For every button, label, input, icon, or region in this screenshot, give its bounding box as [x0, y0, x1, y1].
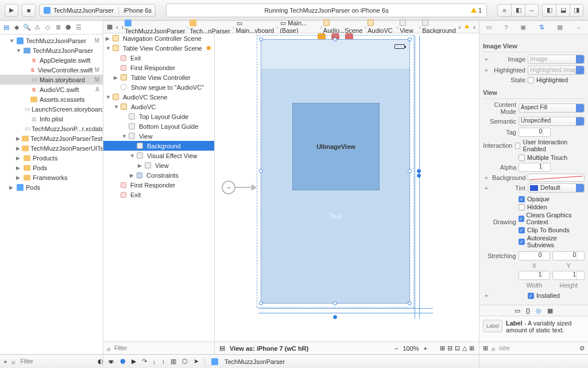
breakpoint-navigator-tab[interactable]: ⬣: [64, 24, 72, 32]
project-navigator-tab[interactable]: ▤: [2, 24, 10, 32]
outline-item[interactable]: ▶View: [103, 160, 214, 170]
outline-item[interactable]: ▼View: [103, 131, 214, 141]
toggle-bottom-panel[interactable]: ⬓: [556, 4, 570, 17]
outline-item[interactable]: ▶Navigation Controller Scene: [103, 33, 214, 43]
toggle-right-panel[interactable]: ◨: [570, 4, 583, 17]
stretch-h-input[interactable]: 1: [552, 271, 585, 280]
connections-inspector-tab[interactable]: →: [575, 24, 582, 31]
warning-indicator[interactable]: 1: [471, 7, 482, 14]
stretch-y-input[interactable]: 0: [552, 251, 585, 260]
outline-item[interactable]: ▶Constraints: [103, 170, 214, 180]
multiple-touch-checkbox[interactable]: [519, 155, 525, 161]
document-outline[interactable]: ▶Navigation Controller Scene▼Table View …: [103, 33, 215, 342]
toggle-outline-button[interactable]: ▤: [219, 344, 225, 352]
nav-item[interactable]: ▶TechMuzzJsonParserUITests: [0, 143, 103, 153]
background-color-well[interactable]: [528, 174, 585, 182]
nav-item[interactable]: ▶Pods: [0, 182, 103, 192]
clear-filter-icon[interactable]: ⊘: [579, 344, 585, 352]
jump-segment[interactable]: Tech...nParser: [189, 20, 231, 34]
stop-button[interactable]: ■: [22, 4, 36, 17]
highlighted-field[interactable]: Highlighted Image: [528, 66, 585, 75]
installed-checkbox[interactable]: ✓: [528, 293, 534, 299]
embed-button[interactable]: ⊞: [440, 344, 445, 352]
identity-inspector-tab[interactable]: ▣: [520, 24, 526, 31]
nav-item[interactable]: ▭LaunchScreen.storyboard: [0, 104, 103, 114]
step-into-button[interactable]: ↓: [153, 358, 156, 365]
zoom-out-button[interactable]: −: [394, 345, 398, 352]
drawing-checkbox[interactable]: ✓: [519, 239, 525, 245]
object-lib-tab[interactable]: ◎: [536, 307, 541, 315]
toggle-debug-button[interactable]: ▼: [108, 358, 114, 365]
jump-segment[interactable]: ▭Main...(Base): [280, 20, 319, 34]
stack-button[interactable]: ⊞: [469, 344, 474, 352]
memory-graph-button[interactable]: ⬡: [182, 358, 188, 365]
nav-item[interactable]: SAudioVC.swiftA: [0, 85, 103, 94]
nav-item[interactable]: ▶Products: [0, 153, 103, 163]
location-button[interactable]: ➤: [194, 358, 199, 365]
outline-item[interactable]: Show segue to "AudioVC": [103, 82, 214, 92]
image-field[interactable]: Image: [528, 55, 585, 64]
step-out-button[interactable]: ↑: [161, 358, 165, 365]
navigator-filter-input[interactable]: [20, 358, 93, 365]
run-button[interactable]: ▶: [5, 4, 18, 17]
help-inspector-tab[interactable]: ?: [504, 24, 508, 31]
step-over-button[interactable]: ↷: [142, 358, 147, 365]
device-frame[interactable]: UIImageView Text: [261, 39, 410, 304]
recent-filter-icon[interactable]: ◐: [98, 358, 103, 365]
outline-item[interactable]: Exit: [103, 190, 214, 200]
find-navigator-tab[interactable]: 🔍: [23, 24, 31, 32]
file-inspector-tab[interactable]: ▭: [486, 24, 492, 31]
next-issue-button[interactable]: ›: [473, 24, 475, 30]
size-inspector-tab[interactable]: ▦: [557, 24, 563, 31]
library-tabs[interactable]: ▭ {} ◎ ▦: [479, 305, 588, 316]
resolve-button[interactable]: △: [462, 344, 467, 352]
jump-segment[interactable]: ▭Main...yboard: [236, 20, 276, 34]
jump-segment[interactable]: AudioVC: [368, 20, 395, 34]
view-as-button[interactable]: View as: iPhone 7 (wC hR): [230, 345, 308, 352]
outline-item[interactable]: First Responder: [103, 63, 214, 72]
drawing-checkbox[interactable]: ✓: [519, 227, 525, 233]
continue-button[interactable]: ▶: [131, 358, 136, 365]
grid-toggle-icon[interactable]: ⊞: [483, 344, 488, 352]
outline-item[interactable]: ▼AudioVC: [103, 102, 214, 112]
issue-navigator-tab[interactable]: ⚠: [33, 24, 41, 32]
outline-item[interactable]: Background: [103, 141, 214, 151]
library-body[interactable]: Label Label - A variably sized amount of…: [479, 316, 588, 342]
pin-button[interactable]: ⊡: [455, 344, 460, 352]
nav-item[interactable]: ▼TechMuzzJsonParser: [0, 45, 103, 55]
label-object-icon[interactable]: Label: [483, 320, 502, 332]
version-editor-button[interactable]: ↔: [525, 4, 539, 17]
outline-item[interactable]: First Responder: [103, 180, 214, 190]
drawing-checkbox[interactable]: [519, 204, 525, 210]
text-label-element[interactable]: Text: [329, 212, 342, 220]
tint-select[interactable]: Default: [528, 183, 585, 193]
panel-toggle-segment[interactable]: ◧ ⬓ ◨: [542, 4, 583, 17]
jump-segment[interactable]: View: [400, 20, 417, 34]
nav-item[interactable]: Assets.xcassets: [0, 94, 103, 104]
debug-navigator-tab[interactable]: ≣: [54, 24, 62, 32]
nav-item[interactable]: ▼TechMuzzJsonParserM: [0, 36, 103, 45]
outline-item[interactable]: Exit: [103, 53, 214, 63]
back-button[interactable]: ‹: [116, 24, 118, 30]
scheme-selector[interactable]: TechMuzzJsonParser iPhone 6s: [39, 4, 156, 17]
stretch-x-input[interactable]: 0: [519, 251, 551, 260]
outline-item[interactable]: ▶Table View Controller: [103, 72, 214, 82]
nav-item[interactable]: ▶TechMuzzJsonParserTests: [0, 133, 103, 143]
standard-editor-button[interactable]: ≡: [497, 4, 511, 17]
outline-item[interactable]: Bottom Layout Guide: [103, 121, 214, 131]
attributes-inspector-tab[interactable]: ⇅: [539, 24, 544, 31]
tag-input[interactable]: 0: [519, 128, 551, 137]
add-icon[interactable]: +: [483, 56, 490, 63]
drawing-checkbox[interactable]: ✓: [519, 216, 524, 222]
nav-item[interactable]: ▭Main.storyboardM: [0, 75, 103, 85]
symbol-navigator-tab[interactable]: ◆: [13, 24, 21, 32]
jump-bar[interactable]: ▦ ‹ › TechMuzzJsonParser›Tech...nParser›…: [103, 21, 479, 33]
prev-issue-button[interactable]: ‹: [459, 24, 461, 30]
project-tree[interactable]: ▼TechMuzzJsonParserM▼TechMuzzJsonParserS…: [0, 34, 103, 354]
nav-item[interactable]: SViewController.swiftM: [0, 65, 103, 75]
nav-item[interactable]: ▭TechMuzzJsonP...r.xcdatamodeld: [0, 124, 103, 133]
navigator-tabs[interactable]: ▤ ◆ 🔍 ⚠ ◇ ≣ ⬣ ☰: [0, 21, 103, 34]
editor-mode-segment[interactable]: ≡ ◧ ↔: [497, 4, 539, 17]
outline-item[interactable]: ▼Visual Effect View: [103, 151, 214, 160]
nav-item[interactable]: ▶Pods: [0, 163, 103, 172]
